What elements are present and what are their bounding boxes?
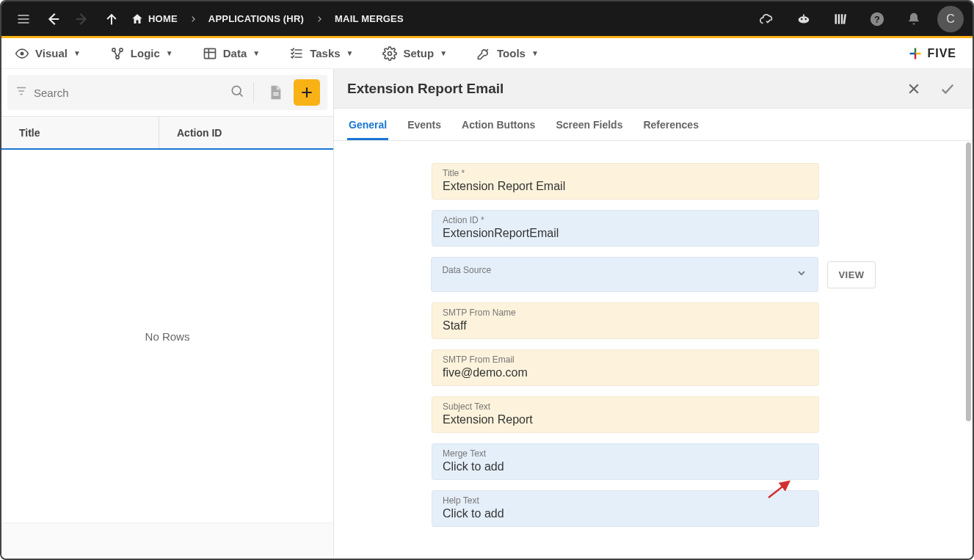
dropdown-triangle-icon: ▼	[440, 49, 447, 57]
avatar[interactable]: C	[937, 6, 964, 32]
svg-point-26	[388, 51, 392, 55]
table-footer	[1, 523, 333, 556]
svg-rect-33	[273, 95, 278, 95]
svg-rect-9	[803, 14, 804, 16]
help-text-field[interactable]: Help Text Click to add	[432, 490, 819, 527]
svg-point-8	[805, 18, 807, 19]
action-id-field[interactable]: Action ID * ExtensionReportEmail	[432, 210, 819, 247]
breadcrumb-mail-merges[interactable]: MAIL MERGES	[332, 13, 407, 24]
close-icon[interactable]	[902, 77, 926, 101]
svg-rect-13	[843, 14, 846, 24]
table-header-title[interactable]: Title	[1, 117, 159, 148]
breadcrumb-applications[interactable]: APPLICATIONS (HR)	[206, 13, 307, 24]
check-icon[interactable]	[936, 77, 959, 101]
svg-point-30	[232, 86, 241, 95]
svg-point-16	[21, 51, 24, 55]
menu-setup[interactable]: Setup▼	[375, 42, 454, 65]
smtp-from-email-field[interactable]: SMTP From Email five@demo.com	[432, 349, 819, 386]
hamburger-icon[interactable]	[10, 6, 37, 32]
brand-logo: FIVE	[908, 46, 956, 61]
search-input[interactable]	[34, 87, 224, 99]
view-button[interactable]: VIEW	[827, 261, 875, 288]
library-icon[interactable]	[827, 6, 854, 32]
tab-screen-fields[interactable]: Screen Fields	[554, 110, 624, 139]
dropdown-triangle-icon: ▼	[531, 49, 539, 57]
data-source-field[interactable]: Data Source	[431, 257, 818, 292]
document-icon[interactable]	[263, 80, 288, 105]
table-empty-state: No Rows	[1, 150, 333, 523]
svg-point-7	[801, 18, 802, 19]
svg-point-6	[799, 16, 810, 23]
help-icon[interactable]: ?	[864, 6, 890, 32]
chevron-down-icon	[796, 267, 807, 282]
dropdown-triangle-icon: ▼	[346, 49, 354, 57]
menu-tools[interactable]: Tools▼	[469, 42, 546, 65]
svg-rect-11	[838, 14, 840, 23]
chevron-right-icon	[183, 13, 203, 25]
table-header-action-id[interactable]: Action ID	[159, 127, 333, 139]
dropdown-triangle-icon: ▼	[252, 49, 260, 57]
scrollbar[interactable]	[966, 142, 971, 421]
tab-general[interactable]: General	[347, 110, 388, 139]
svg-rect-32	[273, 92, 278, 93]
cloud-check-icon[interactable]	[754, 6, 780, 32]
subject-text-field[interactable]: Subject Text Extension Report	[432, 396, 819, 433]
menu-data[interactable]: Data▼	[195, 42, 267, 65]
menu-logic[interactable]: Logic▼	[103, 42, 181, 65]
title-field[interactable]: Title * Extension Report Email	[432, 163, 819, 200]
back-icon[interactable]	[40, 6, 66, 32]
menu-visual[interactable]: Visual▼	[7, 42, 88, 65]
up-icon[interactable]	[98, 6, 125, 32]
svg-rect-20	[204, 48, 215, 58]
bot-icon[interactable]	[791, 6, 817, 32]
page-title: Extension Report Email	[347, 81, 504, 97]
bell-icon[interactable]	[901, 6, 927, 32]
tab-action-buttons[interactable]: Action Buttons	[460, 110, 537, 139]
svg-rect-10	[835, 14, 837, 23]
svg-rect-12	[841, 14, 843, 23]
chevron-right-icon	[310, 13, 329, 25]
svg-text:?: ?	[874, 13, 880, 24]
dropdown-triangle-icon: ▼	[73, 49, 81, 57]
svg-line-31	[239, 93, 242, 96]
tab-references[interactable]: References	[642, 110, 700, 139]
dropdown-triangle-icon: ▼	[166, 49, 173, 57]
smtp-from-name-field[interactable]: SMTP From Name Staff	[432, 302, 819, 339]
breadcrumb-home-label: HOME	[148, 13, 178, 24]
add-button[interactable]	[294, 79, 320, 106]
breadcrumb-home[interactable]: HOME	[128, 12, 181, 26]
tab-events[interactable]: Events	[406, 110, 443, 139]
divider	[253, 82, 254, 103]
merge-text-field[interactable]: Merge Text Click to add	[432, 443, 819, 480]
search-icon[interactable]	[230, 84, 244, 101]
filter-icon[interactable]	[15, 84, 28, 101]
forward-icon	[69, 6, 95, 32]
menu-tasks[interactable]: Tasks▼	[282, 42, 360, 65]
